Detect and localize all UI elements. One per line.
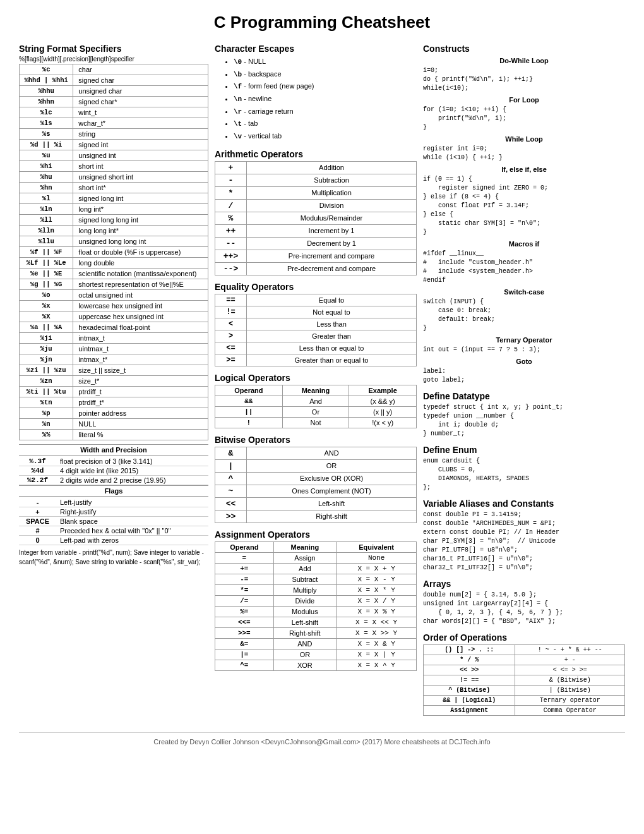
table-row: ^Exclusive OR (XOR) — [215, 472, 417, 485]
table-header: Operand — [215, 385, 283, 396]
page-title: C Programming Cheatsheet — [19, 13, 625, 32]
list-item: %4d4 digit wide int (like 2015) — [19, 466, 208, 476]
define-enum-code: enum cardsuit { CLUBS = 0, DIAMONDS, HEA… — [423, 457, 625, 492]
table-row: %jiintmax_t — [20, 333, 208, 344]
table-row: %cchar — [20, 64, 208, 75]
table-row: !=Not equal to — [215, 306, 417, 318]
equality-title: Equality Operators — [215, 282, 417, 292]
table-row: %Lf || %Lelong double — [20, 258, 208, 269]
string-format-title: String Format Specifiers — [19, 44, 208, 54]
table-row: () [] -> . ::! ~ - + * & ++ -- — [424, 645, 625, 655]
table-row: %hishort int — [20, 161, 208, 172]
list-item: \n - newline — [234, 93, 417, 106]
table-row: &AND — [215, 447, 417, 459]
list-item: +Right-justify — [19, 507, 208, 517]
table-row: <<Left-shift — [215, 497, 417, 510]
table-row: ^=XORX = X ^ Y — [215, 660, 417, 670]
table-row: &=ANDX = X & Y — [215, 638, 417, 649]
table-row: ||Or(x || y) — [215, 406, 417, 417]
logical-table: OperandMeaningExample &&And(x && y)||Or(… — [215, 385, 417, 428]
table-row: %xlowercase hex unsigned int — [20, 301, 208, 311]
table-row: AssignmentComma Operator — [424, 706, 625, 716]
table-row: %a || %Ahexadecimal float-point — [20, 322, 208, 333]
table-row: ++Increment by 1 — [215, 224, 417, 237]
table-row: %juuintmax_t — [20, 344, 208, 354]
variable-aliases-title: Variable Aliases and Constants — [423, 499, 625, 509]
assignment-title: Assignment Operators — [215, 529, 417, 540]
footnote: Integer from variable - printf("%d", num… — [19, 548, 208, 567]
table-row: %=ModulusX = X % Y — [215, 606, 417, 617]
table-row: !Not!(x < y) — [215, 417, 417, 428]
table-row: --Decrement by 1 — [215, 237, 417, 250]
table-row: %Xuppercase hex unsigned int — [20, 311, 208, 322]
variable-aliases-code: const double PI = 3.14159; const double … — [423, 511, 625, 572]
arithmetic-title: Arithmetic Operators — [215, 149, 417, 159]
table-row: %ppointer address — [20, 408, 208, 419]
while-loop-code: register int i=0; while (i<10) { ++i; } — [423, 145, 625, 162]
table-header: Meaning — [273, 541, 337, 552]
list-item: \b - backspace — [234, 68, 417, 81]
arrays-title: Arrays — [423, 579, 625, 589]
table-row: |=ORX = X | Y — [215, 649, 417, 660]
table-row: %sstring — [20, 129, 208, 140]
col2: Character Escapes \0 - NULL\b - backspac… — [215, 44, 423, 720]
table-row: %hnshort int* — [20, 183, 208, 193]
table-row: <Less than — [215, 318, 417, 330]
switch-case-subtitle: Switch-case — [423, 288, 625, 296]
list-item: \0 - NULL — [234, 56, 417, 68]
table-row: != ==& (Bitwise) — [424, 675, 625, 686]
constructs-title: Constructs — [423, 44, 625, 54]
goto-code: label: goto label; — [423, 367, 625, 385]
list-item: #Preceded hex & octal with "0x" || "0" — [19, 526, 208, 536]
table-row: ++>Pre-increment and compare — [215, 250, 417, 262]
table-row: * / %+ - — [424, 655, 625, 665]
list-item: SPACEBlank space — [19, 517, 208, 526]
table-row: %Modulus/Remainder — [215, 212, 417, 224]
table-row: |OR — [215, 459, 417, 472]
table-row: =AssignNone — [215, 552, 417, 563]
table-row: /=DivideX = X / Y — [215, 595, 417, 606]
table-header: Equivalent — [337, 541, 417, 552]
table-row: >>=Right-shiftX = X >> Y — [215, 627, 417, 638]
table-row: *Multiplication — [215, 186, 417, 199]
define-enum-title: Define Enum — [423, 445, 625, 455]
for-loop-code: for (i=0; i<10; ++i) { printf("%d\n", i)… — [423, 106, 625, 132]
table-row: +Addition — [215, 161, 417, 174]
table-row: ~Ones Complement (NOT) — [215, 485, 417, 497]
table-row: %hhnsigned char* — [20, 97, 208, 107]
table-row: &&And(x && y) — [215, 396, 417, 406]
order-of-operations-table: () [] -> . ::! ~ - + * & ++ --* / %+ -<<… — [423, 644, 625, 716]
string-format-subtitle: %[flags][width][.precision][length]speci… — [19, 56, 208, 63]
table-row: %e || %Escientific notation (mantissa/ex… — [20, 269, 208, 279]
list-item: \t - tab — [234, 118, 417, 130]
table-row: ==Equal to — [215, 294, 417, 306]
equality-table: ==Equal to!=Not equal to<Less than>Great… — [215, 294, 417, 366]
define-datatype-code: typedef struct { int x, y; } point_t; ty… — [423, 403, 625, 438]
col1: String Format Specifiers %[flags][width]… — [19, 44, 215, 720]
table-header: Operand — [215, 541, 274, 552]
ternary-subtitle: Ternary Operator — [423, 336, 625, 344]
table-row: %nNULL — [20, 419, 208, 430]
string-format-table: %cchar%hhd | %hhisigned char%hhuunsigned… — [19, 64, 208, 440]
table-row: %znsize_t* — [20, 376, 208, 387]
table-row: %lluunsigned long long int — [20, 236, 208, 247]
table-row: %lcwint_t — [20, 107, 208, 118]
table-row: << >>< <= > >= — [424, 665, 625, 675]
table-row: -Subtraction — [215, 174, 417, 186]
table-row: %%literal % — [20, 430, 208, 440]
arrays-code: double num[2] = { 3.14, 5.0 }; unsigned … — [423, 591, 625, 626]
table-row: %uunsigned int — [20, 150, 208, 161]
bitwise-title: Bitwise Operators — [215, 435, 417, 445]
table-row: %d || %isigned int — [20, 140, 208, 150]
list-item: \f - form feed (new page) — [234, 80, 417, 93]
table-row: <<=Left-shiftX = X << Y — [215, 617, 417, 627]
table-row: /Division — [215, 199, 417, 212]
table-row: %ooctal unsigned int — [20, 290, 208, 301]
goto-subtitle: Goto — [423, 358, 625, 365]
table-row: ^ (Bitwise)| (Bitwise) — [424, 686, 625, 696]
table-row: +=AddX = X + Y — [215, 563, 417, 574]
for-loop-subtitle: For Loop — [423, 96, 625, 104]
table-row: %lswchar_t* — [20, 118, 208, 129]
table-row: %llsigned long long int — [20, 215, 208, 226]
ternary-code: int out = (input == 7 ? 5 : 3); — [423, 346, 625, 354]
